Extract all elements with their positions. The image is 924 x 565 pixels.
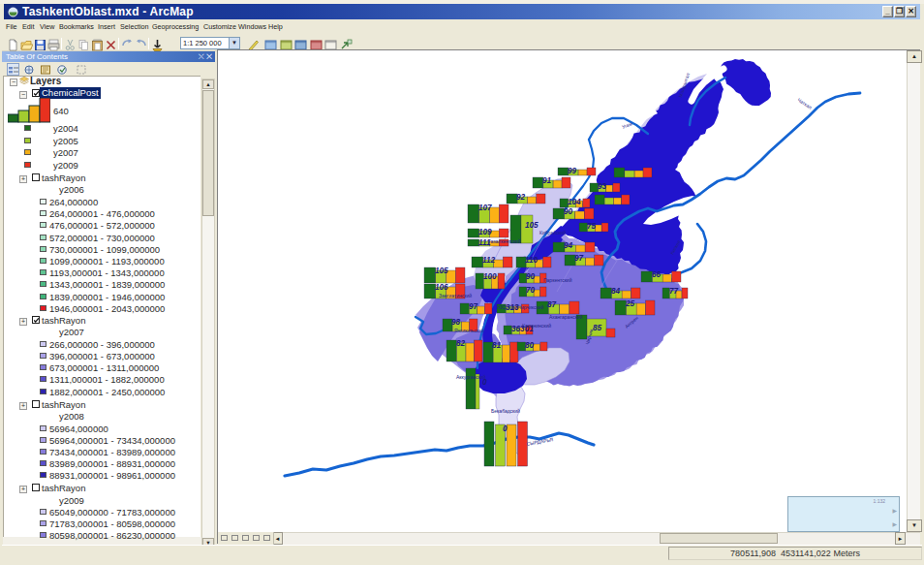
- svg-text:25: 25: [625, 299, 635, 308]
- svg-text:99: 99: [568, 167, 577, 175]
- svg-text:90: 90: [564, 207, 573, 216]
- svg-text:0: 0: [503, 424, 508, 433]
- svg-text:110: 110: [525, 256, 538, 265]
- svg-text:97: 97: [574, 254, 584, 263]
- svg-text:80: 80: [525, 341, 535, 350]
- svg-text:77: 77: [669, 287, 679, 296]
- svg-text:97: 97: [469, 302, 478, 311]
- svg-text:100: 100: [483, 272, 497, 281]
- svg-text:105: 105: [525, 221, 539, 230]
- svg-text:Калининский: Калининский: [522, 323, 551, 329]
- svg-text:Кибрайский: Кибрайский: [539, 230, 566, 235]
- svg-text:Бекабадский: Бекабадский: [491, 408, 520, 414]
- svg-text:106: 106: [435, 283, 448, 292]
- svg-text:87: 87: [547, 300, 557, 309]
- svg-text:92: 92: [516, 193, 526, 202]
- svg-text:Ахангаранский: Ахангаранский: [549, 314, 583, 320]
- svg-text:109: 109: [478, 228, 492, 236]
- svg-text:91: 91: [542, 176, 552, 185]
- svg-text:112: 112: [482, 256, 495, 265]
- svg-text:94: 94: [564, 241, 573, 250]
- svg-text:Газалкентский: Газалкентский: [488, 238, 521, 244]
- svg-text:75: 75: [587, 222, 597, 231]
- svg-text:84: 84: [611, 287, 621, 296]
- svg-text:90: 90: [526, 272, 536, 281]
- svg-text:ЮСреднечирчикский: ЮСреднечирчикский: [497, 304, 544, 310]
- svg-text:105: 105: [435, 267, 448, 275]
- svg-text:85: 85: [593, 324, 602, 332]
- svg-text:107: 107: [478, 204, 492, 212]
- svg-text:98: 98: [451, 318, 461, 327]
- svg-text:93: 93: [598, 182, 607, 191]
- svg-text:81: 81: [492, 341, 502, 350]
- svg-text:Чаткал: Чаткал: [796, 97, 813, 110]
- svg-text:70: 70: [526, 286, 536, 295]
- svg-text:Аккурганский: Аккурганский: [456, 374, 486, 380]
- svg-text:66: 66: [652, 270, 662, 279]
- svg-text:Янгиюльский: Янгиюльский: [454, 328, 484, 333]
- svg-text:Зангиатинский: Зангиатинский: [439, 293, 472, 298]
- svg-text:104: 104: [568, 198, 581, 206]
- svg-text:Паркентский: Паркентский: [543, 277, 572, 283]
- svg-text:82: 82: [456, 339, 466, 348]
